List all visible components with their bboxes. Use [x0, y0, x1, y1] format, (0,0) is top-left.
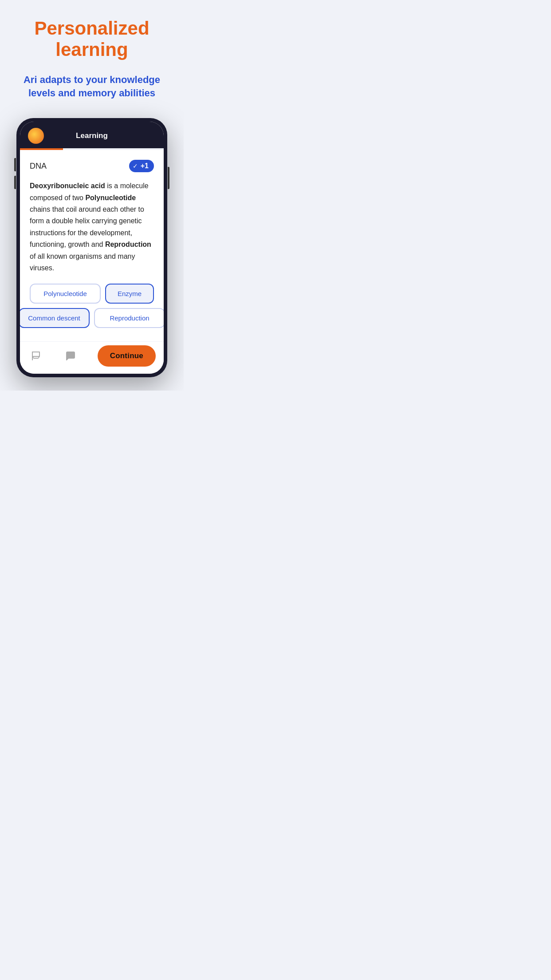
text-reproduction: Reproduction: [105, 241, 151, 248]
page-subtitle: Ari adapts to your knowledge levels and …: [9, 73, 175, 101]
badge-score: +1: [141, 162, 149, 170]
phone-side-button-3: [168, 167, 169, 189]
answer-row-1: Polynucleotide Enzyme: [30, 284, 154, 304]
phone-side-button-2: [14, 176, 16, 189]
phone-content: DNA ✓ +1 Deoxyribonucleic acid is a mole…: [20, 150, 164, 341]
answer-polynucleotide[interactable]: Polynucleotide: [30, 284, 101, 304]
answer-reproduction[interactable]: Reproduction: [94, 308, 164, 328]
phone-header-title: Learning: [28, 131, 156, 140]
phone-bottom-bar: Continue: [20, 341, 164, 374]
answer-options: Polynucleotide Enzyme Common descent Rep…: [30, 284, 154, 328]
text-polynucleotide: Polynucleotide: [85, 194, 136, 202]
answer-enzyme[interactable]: Enzyme: [105, 284, 154, 304]
card-body-text: Deoxyribonucleic acid is a molecule comp…: [30, 180, 154, 274]
phone-header: Learning: [20, 122, 164, 148]
continue-button[interactable]: Continue: [98, 345, 156, 367]
chat-icon: [65, 351, 76, 361]
phone-side-button-1: [14, 158, 16, 171]
phone-screen: Learning DNA ✓ +1 Deoxyribonucleic acid …: [20, 122, 164, 374]
answer-common-descent[interactable]: Common descent: [20, 308, 90, 328]
topic-label: DNA: [30, 162, 47, 171]
topic-row: DNA ✓ +1: [30, 160, 154, 172]
text-deoxyribonucleic: Deoxyribonucleic acid: [30, 182, 105, 190]
answer-row-2: Common descent Reproduction: [30, 308, 154, 328]
chat-button[interactable]: [63, 348, 79, 364]
phone-mockup: Learning DNA ✓ +1 Deoxyribonucleic acid …: [16, 118, 167, 377]
check-icon: ✓: [133, 162, 138, 170]
page-title: Personalized learning: [9, 18, 175, 61]
flag-icon: [31, 351, 41, 361]
correct-badge: ✓ +1: [129, 160, 154, 172]
flag-button[interactable]: [28, 348, 44, 364]
